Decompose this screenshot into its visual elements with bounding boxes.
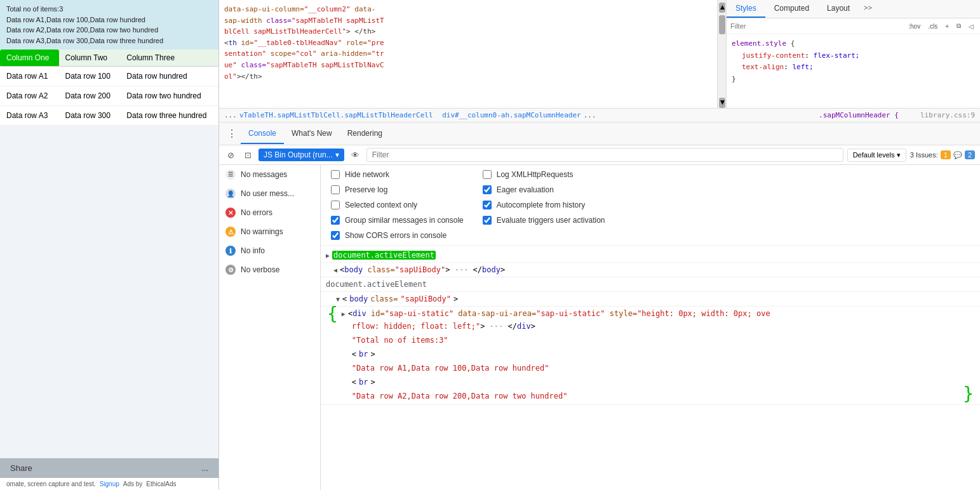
tab-layout[interactable]: Layout (818, 0, 859, 18)
toggle-style-button[interactable]: ◁ (966, 22, 976, 31)
console-sidebar: ☰ No messages 👤 No user mess... ✕ No err… (219, 165, 321, 490)
styles-panel: Styles Computed Layout >> :hov .cls + ⧉ … (726, 0, 980, 108)
breadcrumb-dots-left[interactable]: ... (224, 111, 237, 119)
filter-messages-label: No messages (241, 170, 287, 179)
clear-console-button[interactable]: ⊘ (224, 149, 238, 162)
hov-button[interactable]: :hov (906, 22, 923, 31)
filter-verbose-label: No verbose (241, 265, 279, 274)
tab-menu-icon[interactable]: ⋮ (223, 122, 241, 145)
option-evaluate-triggers[interactable]: Evaluate triggers user activation (483, 216, 605, 225)
selected-context-checkbox[interactable] (331, 201, 340, 209)
filter-user-messages[interactable]: 👤 No user mess... (219, 184, 320, 203)
chevron-down-icon: ▾ (897, 151, 901, 159)
back-arrow[interactable]: ◀ (333, 264, 337, 275)
filter-info[interactable]: ℹ No info (219, 241, 320, 260)
issues-badge[interactable]: 3 Issues: 1 💬 2 (910, 150, 975, 159)
default-levels-label: Default levels (853, 151, 895, 159)
cors-errors-checkbox[interactable] (331, 231, 340, 240)
hide-network-checkbox[interactable] (331, 170, 340, 179)
dom-breadcrumb: ... vTableTH.sapMListTblCell.sapMListTbl… (219, 108, 980, 122)
console-output: ▶ document.activeElement ◀ <body class="… (321, 246, 980, 490)
share-dots[interactable]: ... (201, 463, 208, 473)
option-eager-eval[interactable]: Eager evaluation (483, 185, 605, 194)
tab-computed[interactable]: Computed (765, 0, 818, 18)
console-filter-input[interactable] (366, 148, 843, 162)
signup-link[interactable]: Signup (100, 480, 119, 487)
styles-filter-input[interactable] (730, 22, 903, 30)
autocomplete-checkbox[interactable] (483, 201, 492, 209)
cls-button[interactable]: .cls (925, 22, 940, 31)
filter-verbose[interactable]: ⚙ No verbose (219, 260, 320, 279)
col-header-two: Column Two (59, 50, 121, 67)
tab-console[interactable]: Console (241, 124, 284, 144)
console-line: { ▶ <div id="sap-ui-static" data-sap-ui-… (321, 307, 980, 405)
console-content: Hide network Preserve log Selected conte… (321, 165, 980, 490)
data-table: Column One Column Two Column Three Data … (0, 50, 218, 126)
default-levels-button[interactable]: Default levels ▾ (847, 149, 906, 162)
option-preserve-log[interactable]: Preserve log (331, 185, 464, 194)
warning-icon: ⚠ (225, 227, 236, 237)
evaluate-triggers-checkbox[interactable] (483, 216, 492, 225)
log-xmlhttp-checkbox[interactable] (483, 170, 492, 179)
option-selected-context[interactable]: Selected context only (331, 201, 464, 209)
eye-icon-button[interactable]: 👁 (348, 149, 363, 162)
eager-eval-checkbox[interactable] (483, 185, 492, 194)
issues-label: 3 Issues: (910, 151, 938, 159)
scroll-thumb[interactable] (719, 15, 725, 34)
error-icon: ✕ (225, 208, 236, 218)
filter-all-messages[interactable]: ☰ No messages (219, 165, 320, 184)
console-line: ◀ <body class="sapUiBody"> ··· </body> (321, 263, 980, 277)
tab-whats-new[interactable]: What's New (284, 124, 340, 144)
col-header-one: Column One (0, 50, 59, 67)
filter-warnings-label: No warnings (241, 227, 283, 236)
filter-warnings[interactable]: ⚠ No warnings (219, 222, 320, 241)
breadcrumb-dots-right[interactable]: ... (584, 111, 596, 119)
expand-arrow[interactable]: ▼ (336, 293, 340, 304)
scroll-up-arrow[interactable]: ▲ (719, 3, 725, 13)
tab-rendering[interactable]: Rendering (340, 124, 390, 144)
left-webpage-panel: Total no of items:3 Data row A1,Data row… (0, 0, 219, 490)
expand-arrow[interactable]: ▶ (342, 308, 346, 319)
breadcrumb-selector: .sapMColumnHeader { (819, 111, 899, 119)
filter-info-label: No info (241, 246, 265, 255)
source-select[interactable]: JS Bin Output (run... ▾ (258, 149, 344, 161)
green-curly-right: } (962, 385, 975, 403)
console-toolbar: ⊘ ⊡ JS Bin Output (run... ▾ 👁 Default le… (219, 145, 980, 165)
styles-tabs: Styles Computed Layout >> (727, 0, 980, 18)
share-bar[interactable]: Share ... (0, 458, 218, 478)
console-line: document.activeElement (321, 277, 980, 292)
ads-bar: omate, screen capture and test. Signup A… (0, 478, 218, 490)
expand-arrow[interactable]: ▶ (326, 249, 330, 260)
user-icon: 👤 (225, 189, 236, 199)
tab-more[interactable]: >> (859, 0, 877, 18)
options-col-left: Hide network Preserve log Selected conte… (331, 170, 464, 240)
dom-source: data-sap-ui-column="__column2" data- sap… (219, 0, 717, 108)
add-style-button[interactable]: + (943, 22, 951, 31)
filter-errors[interactable]: ✕ No errors (219, 203, 320, 222)
copy-style-button[interactable]: ⧉ (954, 21, 963, 31)
share-label: Share (10, 463, 32, 473)
console-line: ▶ document.activeElement (321, 248, 980, 263)
breadcrumb-table-th[interactable]: vTableTH.sapMListTblCell.sapMListTblHead… (239, 111, 433, 119)
stop-button[interactable]: ⊡ (241, 149, 255, 162)
chevron-down-icon: ▾ (335, 150, 339, 159)
option-autocomplete[interactable]: Autocomplete from history (483, 201, 605, 209)
dom-scrollbar[interactable]: ▲ ▼ (717, 0, 726, 108)
breadcrumb-source: library.css:9 (920, 111, 975, 119)
preserve-log-checkbox[interactable] (331, 185, 340, 194)
breadcrumb-column-header[interactable]: div#__column0-ah.sapMColumnHeader (442, 111, 581, 119)
option-cors-errors[interactable]: Show CORS errors in console (331, 231, 464, 240)
tab-styles[interactable]: Styles (727, 0, 765, 18)
table-row: Data row A2 Data row 200 Data row two hu… (0, 86, 218, 106)
console-line: ▼ <body class="sapUiBody"> (321, 292, 980, 307)
green-curly-left: { (326, 305, 339, 323)
group-similar-checkbox[interactable] (331, 216, 340, 225)
scroll-down-arrow[interactable]: ▼ (719, 98, 725, 108)
option-group-similar[interactable]: Group similar messages in console (331, 216, 464, 225)
option-hide-network[interactable]: Hide network (331, 170, 464, 179)
webpage-info: Total no of items:3 Data row A1,Data row… (0, 0, 218, 50)
option-log-xmlhttp[interactable]: Log XMLHttpRequests (483, 170, 605, 179)
breadcrumb-sep (436, 111, 440, 119)
console-main: ☰ No messages 👤 No user mess... ✕ No err… (219, 165, 980, 490)
devtools-tabs: ⋮ Console What's New Rendering (219, 122, 980, 145)
